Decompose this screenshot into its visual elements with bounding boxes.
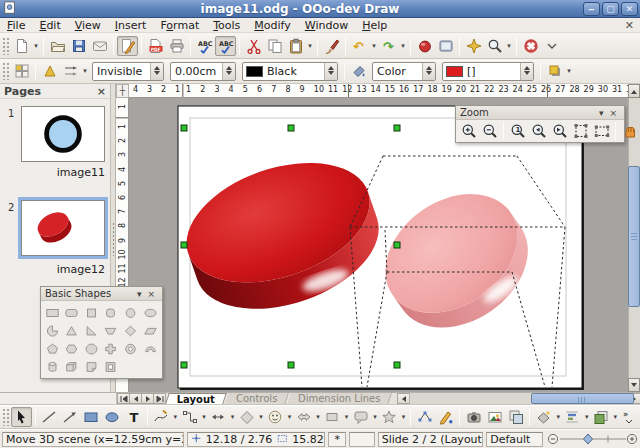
open-document-button[interactable]: [47, 36, 68, 56]
shape-ring-button[interactable]: [122, 340, 140, 357]
stars-button[interactable]: [379, 407, 400, 427]
stars-dropdown-caret[interactable]: ▾: [400, 413, 408, 421]
auto-spellcheck-button[interactable]: ABC: [215, 36, 236, 56]
page-thumbnail-1[interactable]: 1 image11: [0, 106, 111, 182]
shape-block-arc-button[interactable]: [141, 340, 159, 357]
zoom-previous-button[interactable]: [528, 121, 549, 141]
zoom-toolbar-titlebar[interactable]: Zoom ▾ ×: [456, 106, 624, 120]
zoom-out-button[interactable]: [479, 121, 500, 141]
gallery-insert-button[interactable]: [484, 407, 505, 427]
menu-help[interactable]: Help: [355, 18, 394, 33]
connector-button[interactable]: [179, 407, 200, 427]
line-color-select[interactable]: Black: [242, 62, 338, 81]
shape-isosceles-triangle-button[interactable]: [63, 322, 81, 339]
menu-format[interactable]: Format: [153, 18, 206, 33]
insert-picture-button[interactable]: [463, 407, 484, 427]
line-button[interactable]: [39, 407, 60, 427]
status-position-size[interactable]: 12.18 / 2.76 15.82 x 17.7: [187, 432, 326, 447]
close-button[interactable]: ✕: [621, 2, 638, 16]
text-button[interactable]: T: [123, 407, 144, 427]
edit-file-button[interactable]: [117, 36, 138, 56]
connector-dropdown-caret[interactable]: ▾: [200, 413, 208, 421]
paste-dropdown-caret[interactable]: ▾: [306, 42, 314, 50]
menu-tools[interactable]: Tools: [206, 18, 247, 33]
arrow-style-button[interactable]: [60, 61, 81, 81]
shape-diamond-button[interactable]: [122, 322, 140, 339]
shape-octagon-button[interactable]: [82, 340, 100, 357]
new-document-dropdown-caret[interactable]: ▾: [32, 42, 40, 50]
paste-button[interactable]: [285, 36, 306, 56]
apply-style-button[interactable]: [39, 61, 60, 81]
menu-view[interactable]: View: [68, 18, 108, 33]
basic-shapes-close-icon[interactable]: ×: [144, 289, 158, 299]
shape-rounded-square-button[interactable]: [102, 304, 120, 321]
edit-points-button[interactable]: [414, 407, 435, 427]
hyperlink-button[interactable]: [414, 36, 435, 56]
page-thumbnail-2[interactable]: 2 image12: [0, 200, 111, 278]
shape-square-button[interactable]: [82, 304, 100, 321]
styles-button[interactable]: [11, 61, 32, 81]
toolbar-grip[interactable]: [2, 37, 9, 55]
curve-dropdown-caret[interactable]: ▾: [172, 413, 180, 421]
toolbar-menu-icon[interactable]: ▾: [596, 108, 607, 118]
lines-and-arrows-button[interactable]: [208, 407, 229, 427]
shadow-button[interactable]: [544, 61, 565, 81]
spellcheck-button[interactable]: ABC: [194, 36, 215, 56]
maximize-button[interactable]: ▢: [602, 2, 619, 16]
page-style-indicator[interactable]: Default: [486, 432, 543, 447]
cut-button[interactable]: [243, 36, 264, 56]
pages-panel-close-icon[interactable]: ×: [97, 85, 106, 98]
line-style-spin[interactable]: [150, 63, 163, 80]
shape-rounded-rectangle-button[interactable]: [63, 304, 81, 321]
title-bar[interactable]: image11.odg - OOo-dev Draw ‒ ▢ ✕: [0, 0, 640, 18]
tab-dimension-lines[interactable]: Dimension Lines: [288, 393, 393, 404]
selection-handle[interactable]: [288, 362, 294, 368]
arrow-style-caret[interactable]: ▾: [81, 67, 89, 75]
basic-shapes-titlebar[interactable]: Basic Shapes ▾ ×: [41, 287, 162, 301]
basic-shapes-dropdown-caret[interactable]: ▾: [257, 413, 265, 421]
toolbar-grip[interactable]: [2, 408, 9, 426]
menu-modify[interactable]: Modify: [247, 18, 297, 33]
undo-dropdown-caret[interactable]: ▾: [370, 42, 378, 50]
callouts-dropdown-caret[interactable]: ▾: [371, 413, 379, 421]
selection-handle[interactable]: [181, 362, 187, 368]
page-2-preview[interactable]: [21, 200, 105, 256]
block-arrows-button[interactable]: [293, 407, 314, 427]
fill-style-select[interactable]: Color: [372, 62, 436, 81]
horizontal-scrollbar-thumb[interactable]: [531, 393, 634, 404]
gallery-button[interactable]: [435, 36, 456, 56]
shape-hexagon-button[interactable]: [63, 340, 81, 357]
menu-file[interactable]: File: [0, 18, 32, 33]
fill-color-select[interactable]: []: [442, 62, 534, 81]
more-tools-button[interactable]: »: [619, 407, 640, 427]
ellipse-button[interactable]: [102, 407, 123, 427]
symbol-shapes-dropdown-caret[interactable]: ▾: [286, 413, 294, 421]
shape-frame-button[interactable]: [102, 358, 120, 375]
line-width-input[interactable]: 0.00cm: [170, 62, 236, 81]
shape-ellipse-button[interactable]: [141, 304, 159, 321]
arrange-button[interactable]: [590, 407, 611, 427]
horizontal-scrollbar[interactable]: [409, 393, 628, 404]
toolbar-grip[interactable]: [2, 62, 9, 80]
shape-cross-button[interactable]: [102, 340, 120, 357]
shape-cylinder-button[interactable]: [43, 358, 61, 375]
print-button[interactable]: [166, 36, 187, 56]
selection-handle[interactable]: [181, 125, 187, 131]
new-document-button[interactable]: [11, 36, 32, 56]
slide-indicator[interactable]: Slide 2 / 2 (Layout): [378, 432, 484, 447]
line-width-spin[interactable]: [222, 63, 235, 80]
shape-right-triangle-button[interactable]: [82, 322, 100, 339]
page-width-button[interactable]: [591, 121, 612, 141]
basic-shapes-button[interactable]: [236, 407, 257, 427]
selection-handle[interactable]: [394, 125, 400, 131]
zoom-100-button[interactable]: 1: [507, 121, 528, 141]
alignment-button[interactable]: [562, 407, 583, 427]
format-paintbrush-button[interactable]: [321, 36, 342, 56]
menu-edit[interactable]: Edit: [32, 18, 67, 33]
selection-handle[interactable]: [394, 362, 400, 368]
selection-handle[interactable]: [394, 242, 400, 248]
shape-regular-pentagon-button[interactable]: [43, 340, 61, 357]
line-color-spin[interactable]: [324, 63, 337, 80]
zoom-dropdown-caret[interactable]: ▾: [505, 42, 513, 50]
menu-insert[interactable]: Insert: [108, 18, 154, 33]
